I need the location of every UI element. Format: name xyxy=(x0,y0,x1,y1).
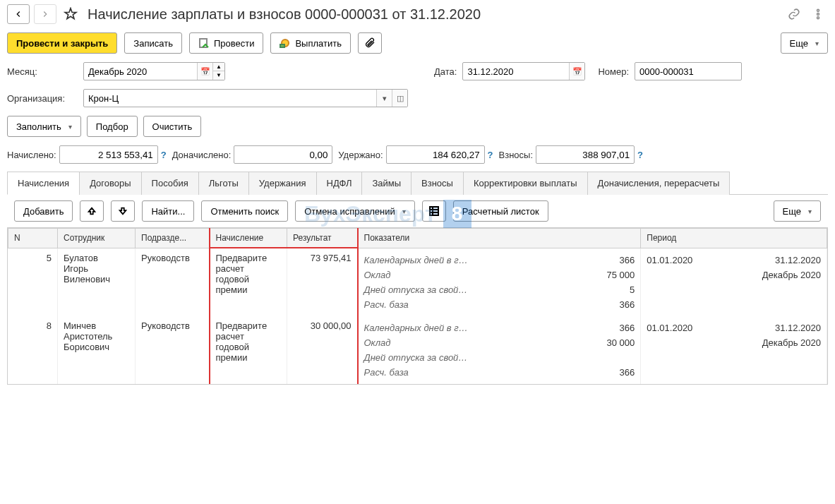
contrib-label: Взносы: xyxy=(499,150,534,160)
number-input-wrap xyxy=(635,62,742,80)
col-n-header[interactable]: N xyxy=(8,229,58,248)
tab-more-button[interactable]: Еще xyxy=(774,200,821,222)
more-button[interactable]: Еще xyxy=(781,32,828,54)
indicator-label: Оклад xyxy=(364,270,391,280)
org-dropdown-button[interactable]: ▾ xyxy=(376,90,392,107)
withheld-label: Удержано: xyxy=(338,150,383,160)
save-button[interactable]: Записать xyxy=(124,32,182,54)
accrued-label: Начислено: xyxy=(7,150,56,160)
number-input[interactable] xyxy=(635,63,741,80)
month-up-button[interactable]: ▲ xyxy=(213,63,224,71)
month-input-wrap: 📅 ▲ ▼ xyxy=(83,62,225,80)
col-result-header[interactable]: Результат xyxy=(287,229,358,248)
withheld-value[interactable] xyxy=(386,145,485,164)
tab-6[interactable]: Займы xyxy=(361,172,412,195)
cell-department: Руководств xyxy=(136,248,210,316)
period-to: 31.12.2020 xyxy=(775,323,821,333)
org-input-wrap: ▾ ◫ xyxy=(83,89,408,107)
indicator-label: Дней отпуска за свой… xyxy=(364,284,468,295)
cell-department: Руководств xyxy=(136,316,210,384)
cell-period: 01.01.202031.12.2020Декабрь 2020 xyxy=(641,248,827,316)
grid-settings-button[interactable] xyxy=(422,200,446,222)
cell-accrual: Предваритерасчетгодовойпремии xyxy=(210,316,287,384)
tab-9[interactable]: Доначисления, перерасчеты xyxy=(587,172,731,195)
table-row[interactable]: 5БулатовИгорьВиленовичРуководствПредвари… xyxy=(8,248,827,316)
org-input[interactable] xyxy=(84,90,376,107)
post-and-close-button[interactable]: Провести и закрыть xyxy=(7,32,117,54)
accrued-help-icon[interactable]: ? xyxy=(161,150,167,160)
indicator-value: 5 xyxy=(630,284,635,295)
col-department-header[interactable]: Подразде... xyxy=(136,229,210,248)
cell-n: 8 xyxy=(8,316,58,384)
kebab-icon[interactable] xyxy=(808,4,828,24)
tab-5[interactable]: НДФЛ xyxy=(316,172,363,195)
cell-employee: МинчевАристотельБорисович xyxy=(58,316,136,384)
svg-point-2 xyxy=(817,17,819,19)
select-button[interactable]: Подбор xyxy=(87,116,138,137)
payslip-button[interactable]: Расчетный листок xyxy=(453,200,548,222)
date-label: Дата: xyxy=(434,66,457,77)
tab-8[interactable]: Корректировки выплаты xyxy=(463,172,588,195)
post-button[interactable]: Провести xyxy=(189,32,264,54)
tab-4[interactable]: Удержания xyxy=(248,172,317,195)
tab-0[interactable]: Начисления xyxy=(7,172,80,195)
add-button[interactable]: Добавить xyxy=(14,200,73,222)
cell-indicators: Календарных дней в г…366Оклад75 000Дней … xyxy=(358,248,641,316)
table-row[interactable]: 8МинчевАристотельБорисовичРуководствПред… xyxy=(8,316,827,384)
tab-3[interactable]: Льготы xyxy=(198,172,249,195)
org-label: Организация: xyxy=(7,93,78,104)
indicator-value: 366 xyxy=(620,323,635,333)
col-employee-header[interactable]: Сотрудник xyxy=(58,229,136,248)
favorite-icon[interactable] xyxy=(61,4,80,24)
link-icon[interactable] xyxy=(784,4,804,24)
page-title: Начисление зарплаты и взносов 0000-00003… xyxy=(88,6,780,23)
back-button[interactable] xyxy=(7,4,30,24)
move-down-button[interactable] xyxy=(111,200,135,222)
pay-button[interactable]: Выплатить xyxy=(270,32,351,54)
forward-button[interactable] xyxy=(34,4,56,24)
indicator-label: Дней отпуска за свой… xyxy=(364,352,468,363)
cancel-corrections-button[interactable]: Отмена исправлений xyxy=(295,200,415,222)
indicator-label: Расч. база xyxy=(364,367,409,378)
period-from: 01.01.2020 xyxy=(647,255,692,265)
date-input[interactable] xyxy=(463,63,569,80)
cell-result: 73 975,41 xyxy=(287,248,358,316)
col-period-header[interactable]: Период xyxy=(641,229,827,248)
month-label: Месяц: xyxy=(7,66,78,77)
org-open-button[interactable]: ◫ xyxy=(392,90,407,107)
tab-1[interactable]: Договоры xyxy=(79,172,141,195)
contrib-value[interactable] xyxy=(536,145,635,164)
indicator-value: 366 xyxy=(620,367,635,378)
fill-button[interactable]: Заполнить xyxy=(7,116,81,137)
cell-accrual: Предваритерасчетгодовойпремии xyxy=(210,248,287,316)
indicator-label: Расч. база xyxy=(364,299,409,310)
additional-value[interactable] xyxy=(234,145,332,164)
date-calendar-button[interactable]: 📅 xyxy=(569,63,584,80)
indicator-value: 75 000 xyxy=(607,270,635,280)
month-calendar-button[interactable]: 📅 xyxy=(197,63,212,80)
tab-7[interactable]: Взносы xyxy=(411,172,464,195)
month-input[interactable] xyxy=(84,63,197,80)
date-input-wrap: 📅 xyxy=(462,62,585,80)
contrib-help-icon[interactable]: ? xyxy=(637,150,643,160)
find-button[interactable]: Найти... xyxy=(142,200,194,222)
period-to: Декабрь 2020 xyxy=(762,270,821,280)
cell-period: 01.01.202031.12.2020Декабрь 2020 xyxy=(641,316,827,384)
indicator-value: 366 xyxy=(620,299,635,310)
cancel-search-button[interactable]: Отменить поиск xyxy=(201,200,288,222)
withheld-help-icon[interactable]: ? xyxy=(488,150,493,160)
accrued-value[interactable] xyxy=(59,145,158,164)
col-indicators-header[interactable]: Показатели xyxy=(358,229,641,248)
indicator-label: Календарных дней в г… xyxy=(364,255,468,265)
clear-button[interactable]: Очистить xyxy=(143,116,202,137)
number-label: Номер: xyxy=(598,66,629,77)
move-up-button[interactable] xyxy=(80,200,104,222)
period-to: 31.12.2020 xyxy=(775,255,821,265)
pay-icon xyxy=(280,37,291,49)
attachment-button[interactable] xyxy=(358,32,382,54)
tab-2[interactable]: Пособия xyxy=(141,172,199,195)
period-to: Декабрь 2020 xyxy=(762,337,821,348)
indicator-value: 30 000 xyxy=(607,337,635,348)
col-accrual-header[interactable]: Начисление xyxy=(210,229,287,248)
month-down-button[interactable]: ▼ xyxy=(213,71,224,80)
